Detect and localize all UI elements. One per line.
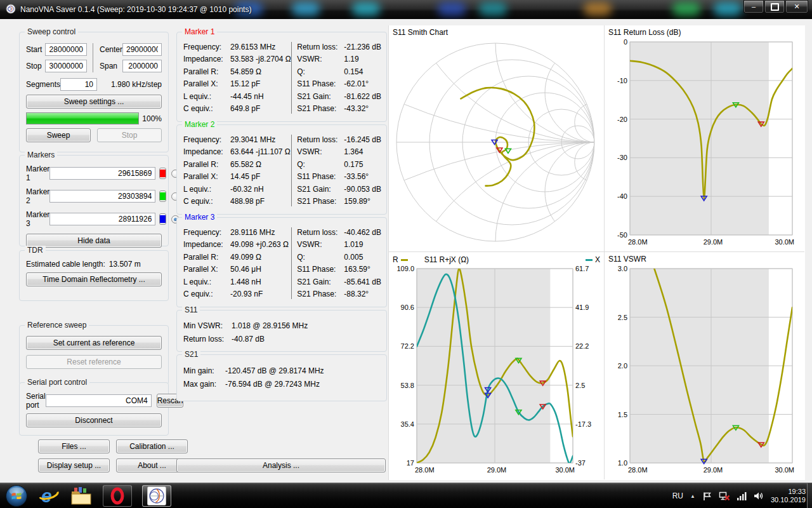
stat-label: C equiv.: [183, 104, 230, 113]
svg-text:28.0M: 28.0M [628, 466, 648, 474]
marker1-freq-input[interactable] [49, 167, 155, 180]
set-reference-button[interactable]: Set current as reference [26, 336, 162, 350]
rjx-chart[interactable]: 109.090.672.253.835.41761.741.922.22.5-1… [393, 265, 598, 474]
marker3-color-button[interactable] [159, 213, 166, 225]
vswr-cell: S11 VSWR 3.02.52.01.51.028.0M29.0M30.0M [605, 252, 804, 479]
segments-label: Segments [26, 80, 60, 89]
stat-label: Return loss: [297, 135, 344, 144]
close-button[interactable]: ✕ [785, 0, 808, 13]
stat-value: 159.89° [344, 197, 381, 206]
start-button[interactable] [5, 485, 28, 507]
svg-text:1.0: 1.0 [618, 459, 627, 467]
return-loss-chart[interactable]: 0-10-20-30-40-5028.0M29.0M30.0M [608, 38, 799, 246]
segments-input[interactable] [60, 78, 97, 91]
stat-value: 14.45 pF [230, 172, 291, 181]
marker3-freq-input[interactable] [49, 213, 155, 225]
files-button[interactable]: Files ... [38, 439, 110, 453]
stat-value: -40.87 dB [232, 335, 265, 344]
stop-input[interactable] [45, 60, 87, 72]
serial-port-group: Serial port control Serial port Rescan D… [19, 382, 169, 436]
stat-value: -85.641 dB [344, 277, 381, 286]
maximize-button[interactable] [764, 0, 785, 13]
show-desktop-button[interactable] [807, 483, 812, 508]
svg-text:109.0: 109.0 [396, 265, 414, 272]
display-setup-button[interactable]: Display setup ... [38, 458, 110, 472]
action-center-flag-icon[interactable] [702, 491, 712, 501]
stop-button[interactable]: Stop [97, 128, 162, 142]
stat-value: 49.098 +j0.263 Ω [230, 240, 291, 249]
stat-label: Max gain: [183, 380, 225, 389]
stat-value: 1.364 [344, 147, 381, 156]
stat-value: 488.98 pF [230, 197, 291, 206]
stat-value: -20.93 nF [230, 290, 291, 298]
marker2-freq-input[interactable] [49, 190, 155, 203]
marker3-label: Marker 3 [26, 210, 49, 228]
return-loss-title: S11 Return Loss (dB) [608, 28, 801, 38]
svg-text:1.5: 1.5 [618, 411, 627, 418]
stat-value: -33.56° [344, 172, 381, 181]
app-icon [6, 4, 16, 16]
cable-length-value: 13.507 m [109, 260, 141, 269]
stat-value: 28.9116 MHz [230, 228, 291, 237]
markers-group: Markers Marker 1 Marker 2 Marker 3 Hide … [19, 155, 169, 246]
stat-value: 29.6153 MHz [230, 43, 291, 51]
smith-chart[interactable] [393, 38, 598, 246]
clock[interactable]: 19:33 30.10.2019 [771, 488, 806, 504]
stat-value: -62.01° [344, 79, 381, 88]
span-label: Span [97, 62, 122, 70]
stat-label: S21 Gain: [297, 277, 344, 286]
analysis-button[interactable]: Analysis ... [176, 458, 386, 472]
reset-reference-button[interactable]: Reset reference [26, 355, 162, 369]
start-label: Start [26, 45, 45, 54]
marker1-color-button[interactable] [159, 168, 166, 179]
stat-label: Parallel X: [183, 172, 230, 181]
svg-text:29.0M: 29.0M [487, 466, 507, 474]
tray-date: 30.10.2019 [771, 496, 806, 504]
svg-text:-30: -30 [617, 154, 627, 161]
stat-value: -40.462 dB [344, 228, 381, 237]
start-input[interactable] [45, 43, 87, 56]
tdr-button[interactable]: Time Domain Reflectometry ... [26, 272, 162, 286]
signal-strength-icon[interactable] [737, 491, 747, 500]
stat-label: Parallel R: [183, 67, 230, 76]
sweep-settings-button[interactable]: Sweep settings ... [26, 95, 162, 109]
marker1-data-title: Marker 1 [182, 27, 217, 36]
s21-summary-group: S21 Min gain:-120.457 dB @ 29.8174 MHz M… [176, 354, 387, 401]
legend-r-swatch [401, 259, 408, 261]
center-input[interactable] [122, 43, 162, 56]
calibration-button[interactable]: Calibration ... [116, 439, 188, 453]
nanovna-taskbar-button[interactable] [142, 485, 171, 507]
charts-area: S11 Smith Chart S11 Return Loss (dB) 0-1… [388, 25, 805, 480]
stat-label: C equiv.: [183, 197, 230, 206]
stat-label: Frequency: [183, 228, 230, 237]
disconnect-button[interactable]: Disconnect [26, 413, 162, 427]
minimize-icon: – [752, 3, 756, 10]
maximize-icon [771, 3, 779, 11]
file-explorer-icon[interactable] [70, 486, 93, 506]
internet-explorer-icon[interactable]: e [38, 486, 60, 506]
stat-value: -90.053 dB [344, 185, 381, 194]
sweep-button[interactable]: Sweep [26, 128, 91, 142]
stop-label: Stop [26, 62, 45, 70]
stat-value: 1.448 nH [230, 277, 291, 286]
svg-text:53.8: 53.8 [401, 382, 414, 389]
volume-icon[interactable] [754, 491, 764, 500]
tray-chevron-icon[interactable]: ▲ [690, 493, 695, 499]
stat-label: Return loss: [297, 228, 344, 237]
s21-summary-title: S21 [182, 350, 200, 359]
serial-port-input[interactable] [46, 394, 152, 407]
language-indicator[interactable]: RU [672, 491, 683, 500]
stat-value: 54.859 Ω [230, 67, 291, 76]
marker2-color-button[interactable] [159, 190, 166, 202]
span-input[interactable] [122, 60, 162, 72]
stat-label: S11 Phase: [297, 265, 344, 274]
network-disconnected-icon[interactable] [719, 491, 730, 501]
system-tray: RU ▲ 19:33 30.10.2019 [672, 483, 806, 508]
vswr-chart[interactable]: 3.02.52.01.51.028.0M29.0M30.0M [608, 265, 799, 474]
divider [291, 42, 292, 114]
minimize-button[interactable]: – [743, 0, 764, 13]
opera-taskbar-button[interactable] [103, 485, 132, 507]
marker3-color-swatch [160, 215, 166, 223]
svg-text:e: e [41, 486, 52, 506]
hide-data-button[interactable]: Hide data [26, 234, 162, 248]
